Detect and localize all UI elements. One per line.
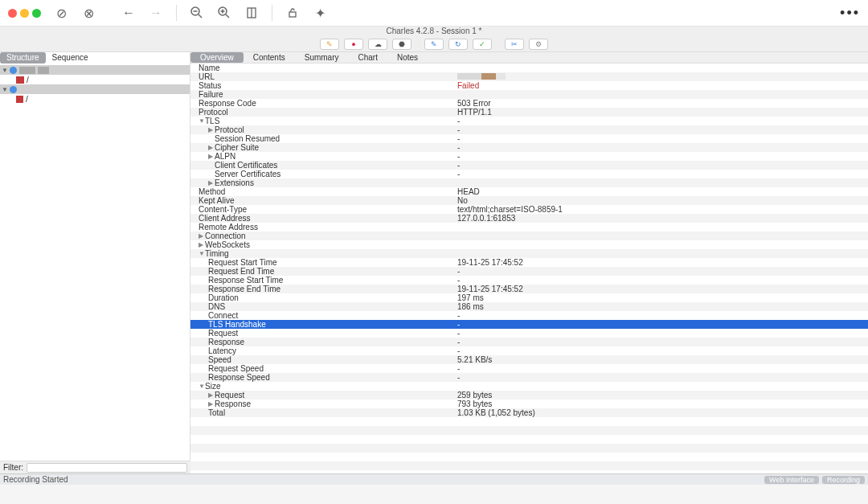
minimize-window-icon[interactable] — [20, 9, 29, 18]
back-icon[interactable]: ← — [121, 6, 136, 20]
row-content-type[interactable]: Content-Typetext/html;charset=ISO-8859-1 — [190, 205, 868, 214]
tree-label: / — [27, 76, 29, 84]
tab-summary[interactable]: Summary — [295, 52, 349, 63]
close-window-icon[interactable] — [8, 9, 17, 18]
disclosure-icon[interactable]: ▶ — [199, 241, 205, 248]
row-req-end-time[interactable]: Request End Time- — [190, 267, 868, 276]
disclosure-icon[interactable]: ▶ — [208, 144, 215, 151]
tab-overview[interactable]: Overview — [190, 52, 244, 63]
bookmark-icon[interactable] — [244, 6, 259, 20]
row-duration[interactable]: Duration197 ms — [190, 293, 868, 302]
row-tls[interactable]: ▼TLS- — [190, 117, 868, 125]
lock-icon[interactable] — [285, 6, 300, 20]
disclosure-icon[interactable]: ▶ — [208, 391, 215, 399]
row-cipher-suite[interactable]: ▶Cipher Suite- — [190, 143, 868, 152]
disclosure-icon[interactable]: ▶ — [199, 232, 205, 240]
tab-chart[interactable]: Chart — [349, 52, 387, 63]
action-toolbar: ✎ ● ☁ ⬣ ✎ ↻ ✓ ✂ ⚙ — [0, 36, 868, 52]
tab-structure[interactable]: Structure — [0, 52, 46, 64]
compose-button[interactable]: ✎ — [424, 39, 444, 50]
row-dns[interactable]: DNS186 ms — [190, 302, 868, 311]
disclosure-icon[interactable]: ▶ — [208, 400, 215, 408]
disclosure-icon[interactable]: ▼ — [199, 250, 205, 257]
row-server-certs[interactable]: Server Certificates- — [190, 170, 868, 178]
row-protocol[interactable]: ProtocolHTTP/1.1 — [190, 108, 868, 117]
row-connect[interactable]: Connect- — [190, 311, 868, 320]
throttle-button[interactable]: ☁ — [368, 39, 387, 50]
overview-grid[interactable]: Name URL StatusFailed Failure Response C… — [190, 64, 868, 473]
tools-button[interactable]: ✂ — [505, 39, 524, 50]
row-remote-address[interactable]: Remote Address — [190, 223, 868, 232]
tree-host-1[interactable]: ▼ — [0, 65, 190, 75]
empty-row — [190, 417, 868, 426]
disclosure-icon[interactable]: ▶ — [208, 153, 215, 160]
row-failure[interactable]: Failure — [190, 90, 868, 99]
broom-button[interactable]: ✎ — [320, 39, 339, 50]
disclosure-icon[interactable]: ▼ — [199, 117, 205, 125]
row-size-total[interactable]: Total1.03 KB (1,052 bytes) — [190, 408, 868, 417]
tab-contents[interactable]: Contents — [244, 52, 295, 63]
row-tls-protocol[interactable]: ▶Protocol- — [190, 125, 868, 134]
row-session-resumed[interactable]: Session Resumed- — [190, 134, 868, 143]
row-timing[interactable]: ▼Timing — [190, 249, 868, 258]
toolbar-separator — [176, 5, 177, 21]
row-name[interactable]: Name — [190, 64, 868, 72]
disclosure-icon[interactable]: ▶ — [208, 179, 215, 186]
empty-row — [190, 426, 868, 435]
tab-sequence[interactable]: Sequence — [46, 52, 95, 64]
validate-button[interactable]: ✓ — [473, 39, 492, 50]
tree-path-2[interactable]: / — [0, 94, 190, 104]
row-req-start-time[interactable]: Request Start Time19-11-25 17:45:52 — [190, 258, 868, 267]
row-size-request[interactable]: ▶Request259 bytes — [190, 391, 868, 400]
row-size[interactable]: ▼Size — [190, 382, 868, 391]
tools-icon[interactable]: ✦ — [313, 6, 327, 20]
tab-notes[interactable]: Notes — [387, 52, 428, 63]
error-icon — [16, 76, 24, 84]
row-timing-request[interactable]: Request- — [190, 329, 868, 338]
row-speed[interactable]: Speed5.21 KB/s — [190, 355, 868, 364]
disclosure-icon[interactable]: ▼ — [199, 383, 205, 390]
row-method[interactable]: MethodHEAD — [190, 187, 868, 196]
row-tls-handshake[interactable]: TLS Handshake- — [190, 320, 868, 329]
host-tree[interactable]: ▼ / ▼ / — [0, 64, 190, 461]
repeat-button[interactable]: ↻ — [448, 39, 468, 50]
tree-host-2[interactable]: ▼ — [0, 84, 190, 94]
row-client-certs[interactable]: Client Certificates- — [190, 161, 868, 170]
row-client-address[interactable]: Client Address127.0.0.1:61853 — [190, 214, 868, 223]
window-controls — [8, 9, 41, 18]
row-response-code[interactable]: Response Code503 Error — [190, 99, 868, 108]
row-response-speed[interactable]: Response Speed- — [190, 373, 868, 382]
row-alpn[interactable]: ▶ALPN- — [190, 152, 868, 161]
tree-path-1[interactable]: / — [0, 75, 190, 84]
row-status[interactable]: StatusFailed — [190, 81, 868, 90]
row-connection[interactable]: ▶Connection — [190, 232, 868, 240]
web-interface-badge[interactable]: Web Interface — [764, 476, 819, 484]
top-toolbar: ⊘ ⊗ ← → ✦ ••• — [0, 0, 868, 27]
more-menu-icon[interactable]: ••• — [840, 5, 860, 22]
disclosure-icon[interactable]: ▶ — [208, 126, 215, 133]
row-extensions[interactable]: ▶Extensions — [190, 178, 868, 187]
status-bar: Recording Started Web Interface Recordin… — [0, 473, 868, 485]
zoom-window-icon[interactable] — [32, 9, 41, 18]
svg-line-4 — [226, 14, 229, 18]
breakpoints-button[interactable]: ⬣ — [392, 39, 411, 50]
row-resp-end-time[interactable]: Response End Time19-11-25 17:45:52 — [190, 285, 868, 293]
settings-button[interactable]: ⚙ — [529, 39, 548, 50]
row-url[interactable]: URL — [190, 72, 868, 81]
forward-icon[interactable]: → — [149, 6, 163, 20]
record-button[interactable]: ● — [344, 39, 363, 50]
row-request-speed[interactable]: Request Speed- — [190, 364, 868, 373]
zoom-in-icon[interactable] — [217, 6, 231, 20]
row-latency[interactable]: Latency- — [190, 346, 868, 355]
row-websockets[interactable]: ▶WebSockets — [190, 240, 868, 249]
row-resp-start-time[interactable]: Response Start Time- — [190, 276, 868, 285]
row-timing-response[interactable]: Response- — [190, 338, 868, 346]
zoom-out-icon[interactable] — [190, 6, 204, 20]
stop-icon[interactable]: ⊘ — [54, 6, 68, 20]
sidebar: Structure Sequence ▼ / ▼ / Filter: — [0, 52, 190, 473]
cancel-icon[interactable]: ⊗ — [81, 6, 96, 20]
row-size-response[interactable]: ▶Response793 bytes — [190, 400, 868, 408]
filter-input[interactable] — [27, 463, 187, 473]
row-kept-alive[interactable]: Kept AliveNo — [190, 196, 868, 205]
recording-badge[interactable]: Recording — [822, 476, 865, 484]
